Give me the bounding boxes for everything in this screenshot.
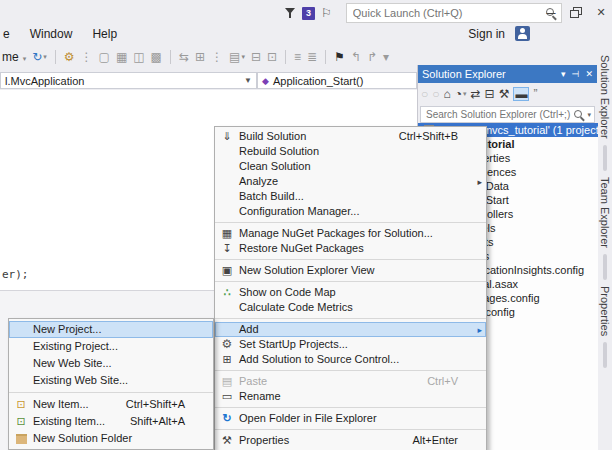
method-icon: ◆	[262, 76, 269, 86]
submenu-item-existing-web-site[interactable]: Existing Web Site...	[9, 372, 213, 393]
menu-item-properties[interactable]: Properties Alt+Enter	[215, 433, 486, 448]
code-fragment: er);	[2, 268, 29, 281]
menu-item-restore-nuget-packages[interactable]: Restore NuGet Packages	[215, 241, 486, 260]
menubar-item-help[interactable]: Help	[92, 27, 117, 41]
dialog-icon[interactable]: ▢	[99, 50, 110, 64]
refresh-icon[interactable]: ↻	[32, 50, 47, 64]
menu-item-show-on-code-map[interactable]: Show on Code Map	[215, 285, 486, 300]
swap-icon[interactable]: ⇆	[179, 50, 189, 64]
titlebar-right: 3 ⚐	[284, 3, 562, 23]
dots-icon[interactable]: ⋮	[211, 50, 223, 64]
sync-icon[interactable]: ⇄	[471, 87, 481, 101]
grid-icon[interactable]: ▦	[116, 50, 127, 64]
feedback-icon[interactable]: ⚐	[321, 6, 332, 20]
toolbar-dropdown-fragment[interactable]: me	[2, 50, 26, 64]
new-folder-icon	[9, 434, 33, 444]
notifications-filter-icon[interactable]	[284, 6, 296, 20]
submenu-item-new-web-site[interactable]: New Web Site...	[9, 355, 213, 372]
add-submenu: New Project... Existing Project... New W…	[8, 318, 214, 450]
home-icon[interactable]: ⌂	[444, 87, 451, 101]
properties-icon[interactable]: ⚒	[499, 87, 510, 101]
search-icon	[573, 109, 585, 121]
columns-icon[interactable]: ▤	[229, 50, 245, 64]
window-position-icon[interactable]: ▾	[561, 69, 566, 79]
side-tab-team-explorer[interactable]: Team Explorer	[599, 177, 611, 286]
submenu-item-new-solution-folder[interactable]: New Solution Folder	[9, 430, 213, 447]
menubar-item-window[interactable]: Window	[30, 27, 73, 41]
submenu-item-existing-project[interactable]: Existing Project...	[9, 338, 213, 355]
split-icon[interactable]: ◫	[133, 50, 144, 64]
more-commands-icon[interactable]: ▾	[383, 50, 389, 64]
overflow-icon[interactable]: ⋮	[81, 50, 93, 64]
submenu-item-new-project[interactable]: New Project...	[9, 321, 213, 338]
close-button[interactable]	[594, 5, 608, 19]
collapse-all-icon[interactable]: ⊟	[485, 87, 495, 101]
gear-icon	[215, 339, 239, 350]
close-icon[interactable]: ✕	[585, 69, 593, 79]
solution-context-menu: Build Solution Ctrl+Shift+B Rebuild Solu…	[214, 126, 487, 450]
solution-explorer-search-input[interactable]	[424, 108, 573, 121]
window-buttons	[544, 4, 608, 20]
attach-icon[interactable]: ⚙	[64, 50, 75, 64]
menu-item-add-solution-to-source-control[interactable]: Add Solution to Source Control...	[215, 352, 486, 371]
paste-icon	[215, 376, 239, 387]
panel-overflow-icon[interactable]: ”	[533, 87, 537, 101]
menu-item-rebuild-solution[interactable]: Rebuild Solution	[215, 144, 486, 159]
menu-item-clean-solution[interactable]: Clean Solution	[215, 159, 486, 174]
minimize-button[interactable]	[544, 5, 558, 19]
toolbar-separator[interactable]	[170, 50, 171, 64]
menu-item-configuration-manager[interactable]: Configuration Manager...	[215, 204, 486, 223]
show-all-files-icon[interactable]: ▬	[513, 87, 529, 101]
code-map-icon	[215, 287, 239, 298]
send-back-icon[interactable]: ⊡	[267, 50, 277, 64]
toolbar-separator[interactable]	[55, 50, 56, 64]
restore-button[interactable]	[570, 7, 582, 18]
menu-item-build-solution[interactable]: Build Solution Ctrl+Shift+B	[215, 129, 486, 144]
nuget-restore-icon	[215, 243, 239, 254]
notifications-badge[interactable]: 3	[302, 7, 315, 20]
menu-item-calculate-code-metrics[interactable]: Calculate Code Metrics	[215, 300, 486, 319]
solution-explorer-toolbar: ○ ○ ⌂ ◔ ⇄ ⊟ ⚒ ▬ ”	[418, 83, 597, 105]
side-tab-properties[interactable]: Properties	[599, 286, 611, 374]
open-folder-icon	[215, 413, 239, 424]
menu-item-set-startup-projects[interactable]: Set StartUp Projects...	[215, 337, 486, 352]
solution-explorer-header[interactable]: Solution Explorer ▾ ⊣ ✕	[418, 65, 597, 83]
forward-icon[interactable]: ○	[432, 87, 439, 101]
vs-window: 3 ⚐ e Window Help Sign in me	[0, 0, 612, 450]
menu-item-open-folder-in-file-explorer[interactable]: Open Folder in File Explorer	[215, 411, 486, 430]
new-item-icon	[9, 399, 33, 410]
user-avatar-icon[interactable]	[515, 26, 530, 41]
next-bookmark-icon[interactable]: ↱	[367, 50, 377, 64]
build-icon	[215, 131, 239, 142]
signin-area: Sign in	[468, 26, 530, 41]
bookmark-icon[interactable]: ⚑	[334, 50, 345, 64]
menu-item-analyze[interactable]: Analyze	[215, 174, 486, 189]
menubar-item-fragment[interactable]: e	[3, 27, 10, 41]
back-icon[interactable]: ○	[421, 87, 428, 101]
table-icon[interactable]: ▩	[151, 50, 162, 64]
menu-item-new-solution-explorer-view[interactable]: New Solution Explorer View	[215, 263, 486, 282]
toolbar-separator[interactable]	[325, 50, 326, 64]
quick-launch-input[interactable]	[351, 6, 545, 20]
submenu-item-new-item[interactable]: New Item... Ctrl+Shift+A	[9, 396, 213, 413]
side-tab-solution-explorer[interactable]: Solution Explorer	[599, 55, 611, 177]
order-alt-icon[interactable]: ≣	[307, 50, 317, 64]
member-dropdown[interactable]: ◆ Application_Start()	[257, 72, 417, 89]
type-dropdown[interactable]: l.MvcApplication ▼	[0, 72, 257, 89]
order-icon[interactable]: ≡	[294, 50, 301, 64]
bring-front-icon[interactable]: ⊟	[251, 50, 261, 64]
toolbar-separator[interactable]	[285, 50, 286, 64]
menu-item-manage-nuget-packages[interactable]: Manage NuGet Packages for Solution...	[215, 226, 486, 241]
menu-item-paste[interactable]: Paste Ctrl+V	[215, 374, 486, 389]
prev-bookmark-icon[interactable]: ↰	[351, 50, 361, 64]
pending-changes-icon[interactable]: ◔	[455, 87, 467, 101]
menu-item-rename[interactable]: Rename	[215, 389, 486, 408]
quick-launch-box	[346, 3, 562, 23]
align-icon[interactable]: ⊞	[195, 50, 205, 64]
titlebar: 3 ⚐	[0, 0, 612, 26]
menu-item-add[interactable]: Add	[215, 322, 486, 337]
sign-in-link[interactable]: Sign in	[468, 27, 505, 41]
submenu-item-existing-item[interactable]: Existing Item... Shift+Alt+A	[9, 413, 213, 430]
pin-icon[interactable]: ⊣	[572, 69, 580, 79]
menu-item-batch-build[interactable]: Batch Build...	[215, 189, 486, 204]
